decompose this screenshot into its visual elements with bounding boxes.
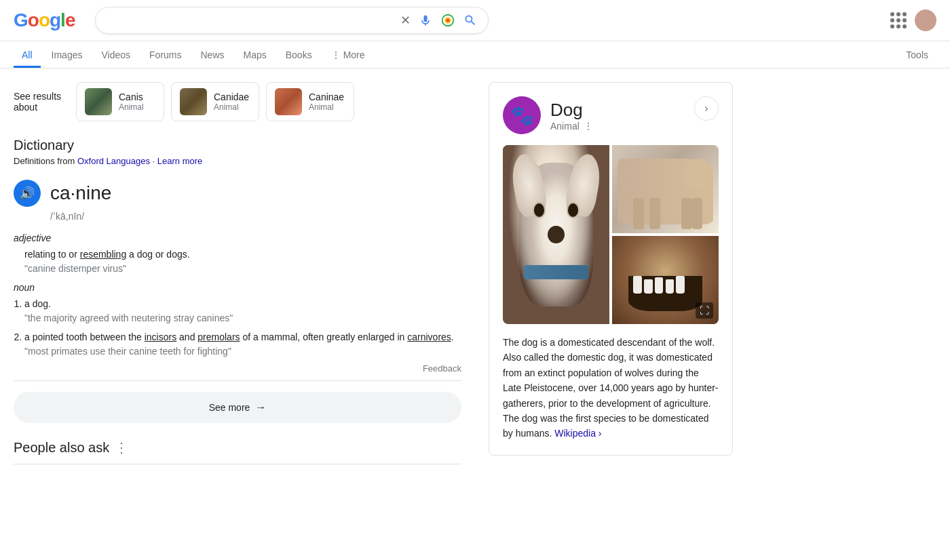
result-card-canidae[interactable]: Canidae Animal bbox=[171, 82, 259, 121]
see-more-button[interactable]: See more bbox=[14, 392, 461, 423]
nav-item-news[interactable]: News bbox=[193, 44, 233, 68]
right-column: Dog Animal ⋮ › bbox=[489, 82, 733, 475]
paa-more-icon[interactable] bbox=[115, 439, 128, 456]
adj-def-example: "canine distemper virus" bbox=[24, 263, 461, 274]
search-icon-group bbox=[400, 13, 477, 28]
adj-def-text: relating to or resembling a dog or dogs. bbox=[24, 247, 461, 262]
kp-description-text: The dog is a domesticated descendant of … bbox=[503, 337, 719, 439]
nav-item-books[interactable]: Books bbox=[278, 44, 320, 68]
kp-more-icon[interactable]: ⋮ bbox=[584, 121, 593, 132]
paw-icon bbox=[510, 104, 534, 127]
caninae-thumbnail bbox=[275, 88, 302, 115]
user-avatar[interactable] bbox=[915, 9, 936, 31]
oxford-link[interactable]: Oxford Languages bbox=[77, 156, 150, 166]
nav-item-forums[interactable]: Forums bbox=[141, 44, 189, 68]
noun-definitions: a dog. "the majority agreed with neuteri… bbox=[24, 297, 461, 357]
header: Google canine bbox=[0, 0, 950, 41]
wikipedia-link[interactable]: Wikipedia › bbox=[554, 428, 601, 439]
left-column: See results about Canis Animal Canidae A… bbox=[14, 82, 461, 475]
caninae-card-text: Caninae Animal bbox=[309, 92, 344, 112]
kp-header: Dog Animal ⋮ bbox=[503, 96, 593, 134]
dictionary-subtitle: Definitions from Oxford Languages · Lear… bbox=[14, 156, 461, 166]
search-submit-icon bbox=[463, 14, 477, 27]
knowledge-panel: Dog Animal ⋮ › bbox=[489, 82, 733, 456]
mic-icon bbox=[419, 14, 432, 27]
logo-e: e bbox=[65, 9, 75, 31]
word-entry: ca·nine bbox=[14, 180, 461, 207]
search-nav: All Images Videos Forums News Maps Books… bbox=[0, 41, 950, 68]
nav-item-maps[interactable]: Maps bbox=[235, 44, 275, 68]
kp-title-area: Dog Animal ⋮ bbox=[550, 100, 593, 132]
kp-nav-forward-button[interactable]: › bbox=[694, 96, 719, 121]
pos-noun: noun bbox=[14, 282, 461, 293]
lens-icon bbox=[440, 13, 455, 28]
canidae-type: Animal bbox=[214, 102, 249, 112]
resembling-underline: resembling bbox=[80, 249, 126, 260]
see-results-section: See results about Canis Animal Canidae A… bbox=[14, 82, 461, 121]
arrow-right-icon bbox=[255, 401, 266, 414]
dictionary-section: Dictionary Definitions from Oxford Langu… bbox=[14, 138, 461, 464]
phonetic: /ˈkāˌnīn/ bbox=[50, 211, 461, 222]
voice-search-button[interactable] bbox=[419, 14, 432, 27]
kp-images-grid bbox=[503, 145, 719, 324]
search-input[interactable]: canine bbox=[107, 14, 394, 26]
canis-name: Canis bbox=[119, 92, 144, 102]
kp-avatar bbox=[503, 96, 541, 134]
caninae-type: Animal bbox=[309, 102, 344, 112]
noun-def-1-text: a dog. bbox=[24, 298, 51, 309]
noun-def-1-example: "the majority agreed with neutering stra… bbox=[24, 313, 461, 323]
see-more-label: See more bbox=[209, 402, 250, 413]
speaker-button[interactable] bbox=[14, 180, 41, 207]
word-display: ca·nine bbox=[50, 182, 111, 204]
kp-main-image[interactable] bbox=[503, 145, 609, 324]
premolars-underline: premolars bbox=[197, 332, 240, 342]
nav-item-more[interactable]: ⋮ More bbox=[323, 44, 373, 68]
divider bbox=[14, 380, 461, 381]
canis-card-text: Canis Animal bbox=[119, 92, 144, 112]
result-card-canis[interactable]: Canis Animal bbox=[76, 82, 164, 121]
caninae-name: Caninae bbox=[309, 92, 344, 102]
noun-def-2-text: a pointed tooth between the incisors and… bbox=[24, 332, 454, 342]
logo-g2: g bbox=[50, 9, 60, 31]
svg-point-2 bbox=[446, 19, 450, 22]
canis-thumbnail bbox=[85, 88, 112, 115]
kp-image-overlay[interactable] bbox=[696, 302, 713, 319]
main-content: See results about Canis Animal Canidae A… bbox=[0, 68, 950, 489]
header-right bbox=[890, 9, 936, 31]
incisors-underline: incisors bbox=[145, 332, 176, 342]
kp-title: Dog bbox=[550, 100, 593, 121]
paa-divider bbox=[14, 464, 461, 464]
google-logo[interactable]: Google bbox=[14, 9, 75, 31]
kp-top-right-image[interactable] bbox=[612, 145, 719, 233]
clear-icon bbox=[400, 13, 411, 28]
canidae-name: Canidae bbox=[214, 92, 249, 102]
kp-subtitle: Animal ⋮ bbox=[550, 121, 593, 132]
kp-description: The dog is a domesticated descendant of … bbox=[503, 335, 719, 441]
result-cards: Canis Animal Canidae Animal Caninae bbox=[76, 82, 354, 121]
image-expand-icon bbox=[700, 305, 709, 316]
feedback-link[interactable]: Feedback bbox=[14, 363, 461, 374]
lens-search-button[interactable] bbox=[440, 13, 455, 28]
clear-button[interactable] bbox=[400, 13, 411, 28]
carnivores-underline: carnivores bbox=[407, 332, 451, 342]
pos-adjective: adjective bbox=[14, 233, 461, 243]
dictionary-title: Dictionary bbox=[14, 138, 461, 153]
nav-item-images[interactable]: Images bbox=[43, 44, 91, 68]
result-card-caninae[interactable]: Caninae Animal bbox=[266, 82, 354, 121]
paa-title: People also ask bbox=[14, 440, 109, 456]
apps-icon[interactable] bbox=[890, 12, 907, 28]
subtitle-text: Definitions from bbox=[14, 156, 75, 166]
search-submit-button[interactable] bbox=[463, 14, 477, 27]
logo-g: G bbox=[14, 9, 28, 31]
kp-bottom-right-image[interactable] bbox=[612, 236, 719, 324]
noun-def-2-example: "most primates use their canine teeth fo… bbox=[24, 346, 461, 357]
logo-o2: o bbox=[39, 9, 50, 31]
search-bar: canine bbox=[95, 7, 489, 34]
nav-item-all[interactable]: All bbox=[14, 44, 41, 68]
nav-more-label: More bbox=[343, 49, 365, 60]
people-also-ask-header: People also ask bbox=[14, 439, 461, 456]
see-results-label: See results about bbox=[14, 91, 68, 113]
nav-tools[interactable]: Tools bbox=[898, 44, 936, 68]
nav-item-videos[interactable]: Videos bbox=[93, 44, 138, 68]
learn-more-link[interactable]: Learn more bbox=[157, 156, 202, 166]
